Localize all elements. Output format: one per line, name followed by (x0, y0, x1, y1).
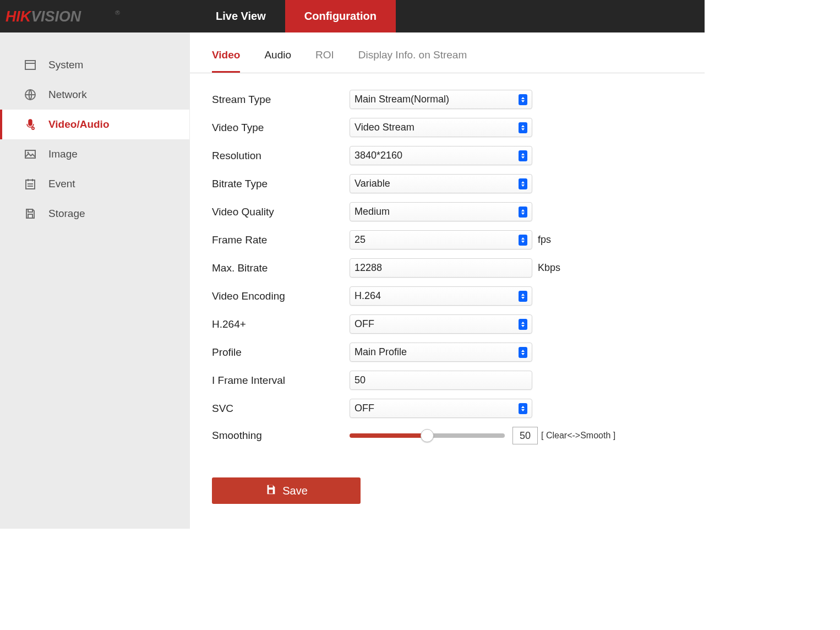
sidebar-item-label: Image (48, 148, 78, 160)
svg-rect-15 (28, 209, 32, 212)
image-icon (23, 148, 37, 161)
tab-roi[interactable]: ROI (315, 42, 334, 73)
svg-point-9 (28, 152, 29, 154)
input-max-bitrate-field[interactable] (354, 262, 527, 274)
select-value: Variable (354, 178, 519, 189)
calendar-icon (23, 177, 37, 191)
svg-text:HIKVISION: HIKVISION (6, 8, 81, 24)
select-value: OFF (354, 318, 519, 330)
updown-icon (519, 122, 527, 133)
input-max-bitrate[interactable] (350, 258, 532, 278)
topnav-configuration[interactable]: Configuration (285, 0, 396, 32)
tab-display-info[interactable]: Display Info. on Stream (358, 42, 467, 73)
svg-text:®: ® (115, 9, 120, 16)
select-video-quality[interactable]: Medium (350, 202, 532, 221)
sub-tabs: Video Audio ROI Display Info. on Stream (190, 42, 705, 73)
label-resolution: Resolution (212, 150, 350, 162)
save-button-label: Save (282, 485, 308, 497)
sidebar-item-label: Network (48, 89, 87, 101)
sidebar-item-label: Storage (48, 208, 85, 220)
label-profile: Profile (212, 346, 350, 359)
label-max-bitrate: Max. Bitrate (212, 262, 350, 274)
smoothing-hint: [ Clear<->Smooth ] (541, 431, 615, 441)
sidebar-item-network[interactable]: Network (0, 80, 189, 110)
brand-logo: HIKVISION ® (0, 0, 197, 32)
label-smoothing: Smoothing (212, 430, 350, 442)
updown-icon (519, 150, 527, 161)
window-icon (23, 58, 37, 72)
select-stream-type[interactable]: Main Stream(Normal) (350, 90, 532, 109)
select-bitrate-type[interactable]: Variable (350, 174, 532, 193)
video-settings-form: Stream Type Main Stream(Normal) Video Ty… (190, 73, 705, 504)
select-video-type[interactable]: Video Stream (350, 118, 532, 137)
sidebar-item-event[interactable]: Event (0, 169, 189, 199)
top-nav: Live View Configuration (197, 0, 396, 32)
tab-video[interactable]: Video (212, 42, 240, 73)
updown-icon (519, 347, 527, 358)
updown-icon (519, 403, 527, 414)
select-value: Medium (354, 206, 519, 218)
save-icon (265, 484, 277, 498)
unit-fps: fps (538, 234, 551, 246)
sidebar-item-label: Video/Audio (48, 118, 109, 131)
svg-rect-16 (28, 214, 32, 218)
label-video-type: Video Type (212, 122, 350, 134)
select-value: Video Stream (354, 122, 519, 133)
label-stream-type: Stream Type (212, 94, 350, 106)
smoothing-value: 50 (512, 427, 538, 444)
svg-rect-18 (269, 490, 273, 493)
select-value: OFF (354, 403, 519, 414)
label-h264plus: H.264+ (212, 318, 350, 330)
top-bar: HIKVISION ® Live View Configuration (0, 0, 705, 32)
svg-rect-17 (269, 485, 273, 487)
select-video-encoding[interactable]: H.264 (350, 286, 532, 306)
sidebar-item-label: System (48, 59, 83, 71)
svg-rect-2 (25, 61, 35, 69)
topnav-live-view[interactable]: Live View (197, 0, 285, 32)
select-svc[interactable]: OFF (350, 399, 532, 418)
sidebar-item-image[interactable]: Image (0, 139, 189, 169)
select-resolution[interactable]: 3840*2160 (350, 146, 532, 165)
label-video-quality: Video Quality (212, 206, 350, 218)
sidebar-item-video-audio[interactable]: Video/Audio (0, 110, 189, 139)
unit-kbps: Kbps (538, 262, 560, 274)
updown-icon (519, 291, 527, 302)
select-value: 25 (354, 234, 519, 246)
select-h264plus[interactable]: OFF (350, 314, 532, 334)
select-value: Main Profile (354, 346, 519, 358)
label-iframe-interval: I Frame Interval (212, 374, 350, 387)
select-value: 3840*2160 (354, 150, 519, 161)
select-value: H.264 (354, 290, 519, 302)
sidebar-item-label: Event (48, 178, 75, 190)
label-bitrate-type: Bitrate Type (212, 178, 350, 190)
updown-icon (519, 235, 527, 246)
sidebar-item-storage[interactable]: Storage (0, 199, 189, 229)
select-frame-rate[interactable]: 25 (350, 230, 532, 249)
updown-icon (519, 94, 527, 105)
label-frame-rate: Frame Rate (212, 234, 350, 246)
updown-icon (519, 178, 527, 189)
tab-audio[interactable]: Audio (264, 42, 291, 73)
select-profile[interactable]: Main Profile (350, 343, 532, 362)
updown-icon (519, 319, 527, 330)
save-button[interactable]: Save (212, 477, 361, 504)
select-value: Main Stream(Normal) (354, 94, 519, 105)
label-svc: SVC (212, 403, 350, 415)
input-iframe-interval-field[interactable] (354, 374, 527, 386)
svg-rect-5 (29, 120, 32, 126)
updown-icon (519, 207, 527, 218)
sidebar-item-system[interactable]: System (0, 50, 189, 80)
slider-thumb[interactable] (421, 429, 434, 442)
label-video-encoding: Video Encoding (212, 290, 350, 302)
mic-icon (23, 118, 37, 131)
main-content: Video Audio ROI Display Info. on Stream … (190, 32, 705, 529)
sidebar: System Network Video/Audio Image Event (0, 32, 190, 529)
svg-rect-8 (25, 150, 35, 158)
globe-icon (23, 88, 37, 101)
save-icon (23, 207, 37, 220)
slider-smoothing[interactable] (350, 433, 505, 438)
input-iframe-interval[interactable] (350, 371, 532, 390)
